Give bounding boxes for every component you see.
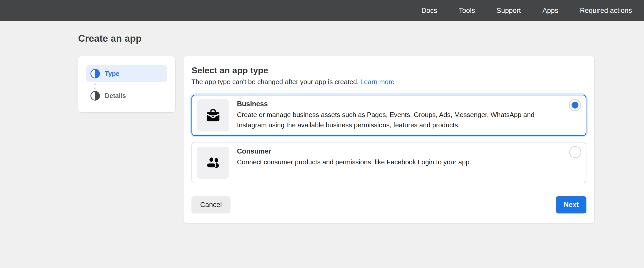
step-progress-icon: [90, 91, 100, 101]
business-icon-tile: [197, 99, 229, 131]
option-business-description: Create or manage business assets such as…: [237, 110, 553, 130]
briefcase-icon: [205, 107, 222, 124]
consumer-icon-tile: [197, 147, 229, 179]
consumer-radio-unselected[interactable]: [569, 146, 581, 158]
step-type-label: Type: [105, 70, 119, 77]
next-button[interactable]: Next: [556, 196, 586, 213]
select-app-type-panel: Select an app type The app type can't be…: [183, 56, 594, 223]
step-details[interactable]: Details: [86, 91, 167, 101]
cancel-button[interactable]: Cancel: [191, 196, 231, 213]
option-business-title: Business: [237, 100, 553, 108]
panel-subtitle: The app type can't be changed after your…: [191, 78, 586, 86]
business-radio-selected[interactable]: [569, 99, 581, 111]
option-consumer-description: Connect consumer products and permission…: [237, 157, 471, 167]
page-title: Create an app: [78, 33, 644, 44]
people-icon: [205, 154, 222, 171]
step-type[interactable]: Type: [86, 65, 167, 82]
step-details-label: Details: [105, 92, 126, 100]
step-progress-icon: [90, 69, 100, 78]
learn-more-link[interactable]: Learn more: [360, 78, 394, 86]
nav-item-support[interactable]: Support: [496, 7, 521, 15]
option-consumer[interactable]: Consumer Connect consumer products and p…: [191, 142, 586, 183]
step-connector-dots: [94, 83, 96, 89]
subtitle-text: The app type can't be changed after your…: [191, 78, 359, 86]
nav-item-required-actions[interactable]: Required actions: [580, 7, 632, 15]
option-business[interactable]: Business Create or manage business asset…: [191, 95, 586, 136]
nav-item-apps[interactable]: Apps: [542, 7, 558, 15]
create-app-page: Create an app Type Details Select an app…: [0, 21, 644, 223]
nav-item-docs[interactable]: Docs: [421, 7, 437, 15]
top-navigation: Docs Tools Support Apps Required actions: [0, 0, 644, 21]
panel-title: Select an app type: [191, 65, 586, 75]
wizard-steps-card: Type Details: [78, 56, 175, 112]
option-consumer-title: Consumer: [237, 147, 471, 155]
nav-item-tools[interactable]: Tools: [459, 7, 475, 15]
